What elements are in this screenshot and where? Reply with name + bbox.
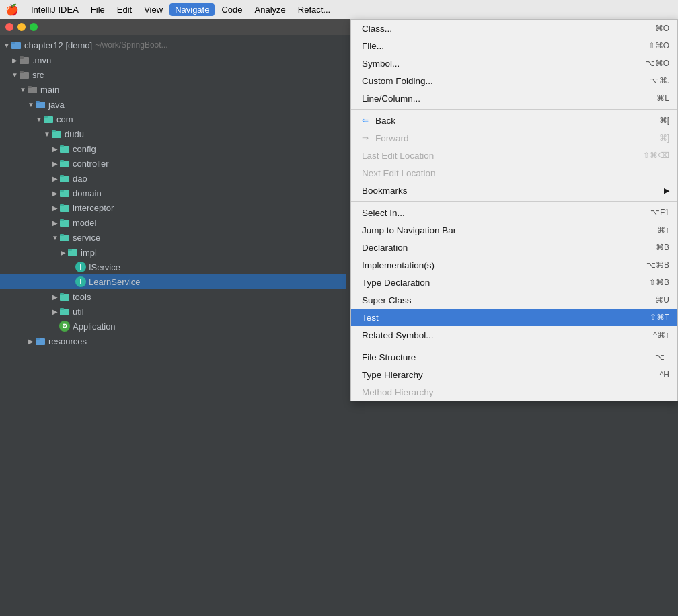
menu-item-select-in[interactable]: Select In... ⌥F1 xyxy=(351,204,677,221)
package-icon xyxy=(59,202,70,213)
tree-item-tools[interactable]: tools xyxy=(0,289,346,304)
package-icon xyxy=(59,232,70,243)
tree-label: chapter12 [demo] xyxy=(24,40,92,50)
menu-item-custom-folding[interactable]: Custom Folding... ⌥⌘. xyxy=(351,72,677,89)
svg-rect-3 xyxy=(20,56,24,59)
folder-icon xyxy=(27,84,38,95)
tree-label: service xyxy=(73,233,100,243)
menubar-navigate[interactable]: Navigate xyxy=(170,3,215,16)
arrow-icon xyxy=(51,145,59,153)
tree-item-dao[interactable]: dao xyxy=(0,171,346,186)
menu-item-type-declaration[interactable]: Type Declaration ⇧⌘B xyxy=(351,274,677,291)
tree-label: domain xyxy=(73,188,102,198)
tree-item-src[interactable]: src xyxy=(0,67,346,82)
svg-rect-19 xyxy=(60,175,64,177)
arrow-icon xyxy=(59,249,67,256)
tree-item-com[interactable]: com xyxy=(0,112,346,126)
tree-item-chapter12[interactable]: chapter12 [demo] ~/work/SpringBoot... xyxy=(0,38,346,52)
tree-item-service[interactable]: service xyxy=(0,230,346,245)
tree-item-model[interactable]: model xyxy=(0,215,346,230)
class-icon: ⚙ xyxy=(59,321,70,332)
menubar-edit[interactable]: Edit xyxy=(112,3,137,16)
arrow-icon xyxy=(51,175,59,182)
tree-item-domain[interactable]: domain xyxy=(0,186,346,200)
tree-item-java[interactable]: java xyxy=(0,97,346,112)
menu-item-declaration[interactable]: Declaration ⌘B xyxy=(351,239,677,256)
tree-label: util xyxy=(73,307,84,317)
class-icon: I xyxy=(75,262,86,272)
menu-item-test[interactable]: Test ⇧⌘T xyxy=(351,309,677,326)
tree-item-resources[interactable]: resources xyxy=(0,334,346,348)
svg-rect-31 xyxy=(60,293,64,295)
svg-rect-7 xyxy=(28,86,32,88)
minimize-button[interactable] xyxy=(17,23,26,31)
package-icon xyxy=(59,306,70,317)
tree-item-mvn[interactable]: .mvn xyxy=(0,52,346,67)
menubar-view[interactable]: View xyxy=(139,3,168,16)
menu-item-super-class[interactable]: Super Class ⌘U xyxy=(351,291,677,309)
tree-item-controller[interactable]: controller xyxy=(0,156,346,171)
close-button[interactable] xyxy=(5,23,13,31)
tree-label: com xyxy=(57,114,73,124)
menubar-code[interactable]: Code xyxy=(216,3,248,16)
tree-item-learnservice[interactable]: I LearnService xyxy=(0,274,346,289)
menu-item-jump-nav-bar[interactable]: Jump to Navigation Bar ⌘↑ xyxy=(351,221,677,239)
package-icon xyxy=(59,291,70,302)
menu-item-bookmarks[interactable]: Bookmarks ▶ xyxy=(351,182,677,199)
arrow-icon xyxy=(19,86,27,93)
menubar: 🍎 IntelliJ IDEA File Edit View Navigate … xyxy=(0,0,678,19)
package-icon xyxy=(59,217,70,228)
package-icon xyxy=(43,114,54,124)
menu-item-file-structure[interactable]: File Structure ⌥= xyxy=(351,348,677,366)
package-icon xyxy=(59,188,70,198)
arrow-icon xyxy=(51,308,59,315)
tree-item-util[interactable]: util xyxy=(0,304,346,319)
svg-rect-27 xyxy=(60,234,64,236)
navigate-menu: Class... ⌘O File... ⇧⌘O Symbol... ⌥⌘O Cu… xyxy=(350,19,678,401)
svg-rect-15 xyxy=(60,145,64,147)
arrow-icon xyxy=(35,116,43,123)
arrow-icon xyxy=(3,42,11,49)
menu-item-method-hierarchy[interactable]: Method Hierarchy xyxy=(351,383,677,401)
svg-rect-17 xyxy=(60,160,64,162)
menu-item-implementations[interactable]: Implementation(s) ⌥⌘B xyxy=(351,256,677,274)
menu-item-type-hierarchy[interactable]: Type Hierarchy ^H xyxy=(351,366,677,383)
tree-item-dudu[interactable]: dudu xyxy=(0,126,346,141)
menu-item-forward[interactable]: ⇒ Forward ⌘] xyxy=(351,129,677,147)
svg-rect-23 xyxy=(60,204,64,206)
menu-item-class[interactable]: Class... ⌘O xyxy=(351,20,677,37)
menu-item-last-edit[interactable]: Last Edit Location ⇧⌘⌫ xyxy=(351,147,677,164)
menu-item-back[interactable]: ⇐ Back ⌘[ xyxy=(351,112,677,129)
menubar-analyze[interactable]: Analyze xyxy=(250,3,291,16)
folder-icon xyxy=(35,99,46,110)
folder-icon xyxy=(19,54,30,65)
menu-item-line-column[interactable]: Line/Column... ⌘L xyxy=(351,89,677,107)
folder-icon xyxy=(11,40,22,50)
svg-rect-11 xyxy=(44,116,48,118)
menu-item-file[interactable]: File... ⇧⌘O xyxy=(351,37,677,54)
maximize-button[interactable] xyxy=(30,23,38,31)
tree-label: impl xyxy=(81,247,97,258)
tree-item-interceptor[interactable]: interceptor xyxy=(0,200,346,215)
tree-item-application[interactable]: ⚙ Application xyxy=(0,319,346,334)
apple-menu[interactable]: 🍎 xyxy=(5,3,19,16)
tree-item-impl[interactable]: impl xyxy=(0,245,346,260)
svg-rect-35 xyxy=(36,338,40,340)
tree-item-main[interactable]: main xyxy=(0,82,346,97)
tree-label: resources xyxy=(48,336,87,346)
menubar-intellij[interactable]: IntelliJ IDEA xyxy=(26,3,84,16)
back-icon: ⇐ xyxy=(362,116,371,125)
tree-item-iservice[interactable]: I IService xyxy=(0,260,346,274)
menubar-file[interactable]: File xyxy=(85,3,110,16)
arrow-icon xyxy=(11,56,19,64)
forward-icon: ⇒ xyxy=(362,133,371,143)
menu-item-related-symbol[interactable]: Related Symbol... ^⌘↑ xyxy=(351,326,677,344)
menu-item-next-edit[interactable]: Next Edit Location xyxy=(351,164,677,182)
tree-label: model xyxy=(73,218,96,228)
arrow-icon xyxy=(11,71,19,79)
menubar-refactor[interactable]: Refact... xyxy=(293,3,336,16)
tree-label: dudu xyxy=(65,129,84,139)
menu-item-symbol[interactable]: Symbol... ⌥⌘O xyxy=(351,54,677,72)
svg-rect-21 xyxy=(60,190,64,192)
tree-item-config[interactable]: config xyxy=(0,141,346,156)
